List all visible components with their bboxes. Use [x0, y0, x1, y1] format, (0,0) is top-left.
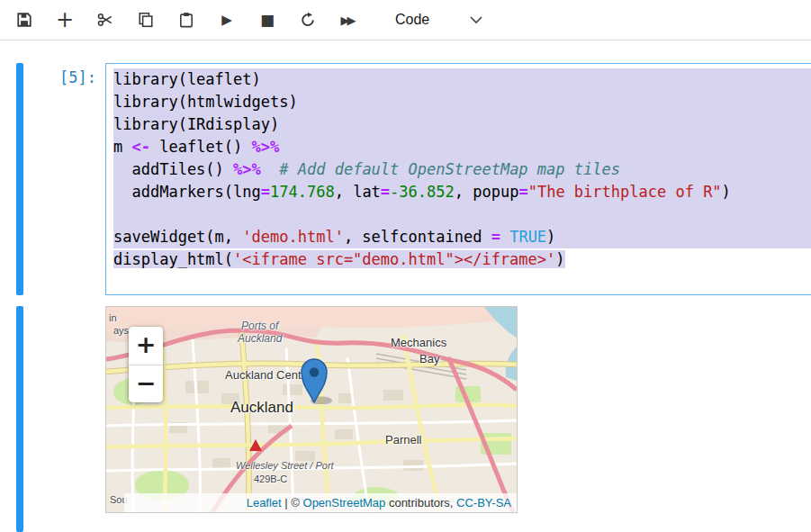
insert-cell-button[interactable]: + — [50, 5, 80, 34]
map-label: ays — [113, 325, 129, 336]
attribution-link[interactable]: Leaflet — [247, 496, 282, 509]
restart-kernel-button[interactable] — [293, 5, 323, 34]
zoom-out-button[interactable]: − — [129, 365, 163, 402]
code-line[interactable]: library(htmlwidgets) — [113, 91, 811, 113]
map-labels: inaysPorts ofAucklandMechanicsBayAucklan… — [106, 307, 517, 512]
code-line[interactable]: library(IRdisplay) — [113, 113, 811, 136]
map-label: 429B-C — [254, 473, 287, 484]
map-label: Bay — [419, 352, 439, 365]
map-label: Parnell — [385, 433, 421, 446]
save-icon — [16, 12, 32, 28]
attribution-text: | © — [282, 496, 303, 509]
input-collapser[interactable] — [16, 63, 23, 295]
plus-icon: + — [56, 9, 74, 31]
attribution-link[interactable]: CC-BY-SA — [456, 496, 511, 509]
code-line[interactable]: display_html('<iframe src="demo.html"></… — [113, 248, 811, 271]
copy-icon — [138, 12, 154, 28]
code-line[interactable]: saveWidget(m, 'demo.html', selfcontained… — [113, 226, 811, 248]
map-label: Ports of — [241, 320, 278, 332]
zoom-control: + − — [129, 327, 163, 402]
cell-type-label: Code — [395, 12, 429, 28]
execution-count: [5]: — [23, 63, 105, 295]
map-attribution-text: Leaflet | © OpenStreetMap contributors, … — [247, 496, 511, 509]
map-label: in — [109, 312, 117, 323]
map-attribution: Leaflet | © OpenStreetMap contributors, … — [124, 493, 517, 512]
copy-cells-button[interactable] — [131, 5, 161, 34]
output-prompt — [23, 306, 105, 532]
zoom-in-button[interactable]: + — [129, 327, 163, 365]
code-cell: [5]: library(leaflet)library(htmlwidgets… — [16, 63, 811, 295]
play-icon: ▶ — [221, 14, 232, 27]
output-cell: inaysPorts ofAucklandMechanicsBayAucklan… — [16, 306, 811, 532]
cell-type-dropdown[interactable]: Code — [395, 12, 483, 28]
interrupt-kernel-button[interactable]: ■ — [252, 5, 283, 34]
code-line[interactable]: library(leaflet) — [113, 68, 811, 91]
code-line[interactable] — [113, 203, 811, 226]
attribution-link[interactable]: OpenStreetMap — [303, 496, 386, 509]
code-line[interactable]: addTiles() %>% # Add default OpenStreetM… — [113, 158, 811, 181]
code-lines: library(leaflet)library(htmlwidgets)libr… — [113, 68, 811, 271]
restart-run-all-button[interactable]: ▶▶ — [333, 5, 364, 34]
save-button[interactable] — [9, 5, 40, 34]
chevron-down-icon — [469, 15, 483, 24]
map-label: Wellesley Street / Port — [236, 460, 334, 471]
paste-cells-button[interactable] — [171, 5, 202, 34]
run-cell-button[interactable]: ▶ — [212, 5, 242, 34]
cut-cells-button[interactable] — [90, 5, 121, 34]
scissors-icon — [97, 12, 113, 28]
output-area: inaysPorts ofAucklandMechanicsBayAucklan… — [105, 306, 518, 532]
code-editor[interactable]: library(leaflet)library(htmlwidgets)libr… — [105, 63, 811, 295]
fast-forward-icon: ▶▶ — [341, 14, 356, 26]
notebook-area: [5]: library(leaflet)library(htmlwidgets… — [0, 41, 811, 532]
map-marker-icon[interactable] — [294, 356, 338, 404]
code-line[interactable]: m <- leaflet() %>% — [113, 136, 811, 158]
restart-icon — [300, 12, 316, 28]
attribution-text: contributors, — [385, 496, 456, 509]
notebook-toolbar: + ▶ ■ ▶▶ Code — [0, 0, 811, 41]
map-label: Mechanics — [391, 336, 446, 349]
map-label: Auckland — [230, 399, 293, 417]
output-collapser[interactable] — [16, 306, 23, 532]
leaflet-map[interactable]: inaysPorts ofAucklandMechanicsBayAucklan… — [105, 306, 518, 513]
stop-icon: ■ — [260, 13, 275, 28]
code-line[interactable]: addMarkers(lng=174.768, lat=-36.852, pop… — [113, 181, 811, 203]
clipboard-icon — [178, 12, 194, 28]
map-label: Auckland — [238, 332, 282, 345]
